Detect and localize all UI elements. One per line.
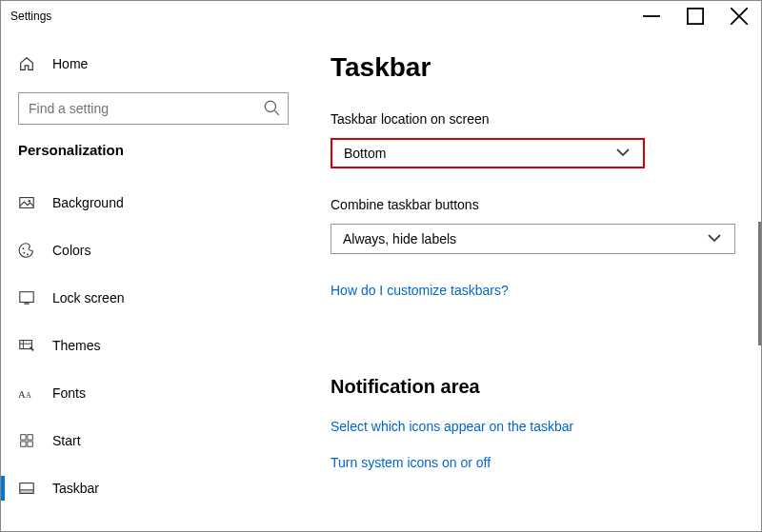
themes-icon [18, 337, 35, 354]
fonts-icon: AA [18, 384, 35, 402]
location-label: Taskbar location on screen [331, 111, 761, 127]
sidebar-item-colors[interactable]: Colors [1, 227, 306, 274]
chevron-down-icon [614, 144, 632, 163]
sidebar-item-taskbar[interactable]: Taskbar [1, 464, 306, 512]
svg-rect-15 [28, 442, 32, 446]
svg-rect-2 [20, 198, 33, 208]
svg-text:A: A [18, 388, 26, 400]
home-nav[interactable]: Home [1, 45, 306, 83]
search-box[interactable] [18, 92, 289, 125]
combine-value: Always, hide labels [343, 231, 456, 246]
sidebar-item-themes[interactable]: Themes [1, 322, 306, 369]
sidebar-item-label: Start [52, 433, 81, 448]
search-icon [255, 99, 288, 119]
svg-rect-8 [24, 303, 29, 304]
sidebar-item-fonts[interactable]: AA Fonts [1, 369, 306, 417]
sidebar-item-label: Background [52, 195, 124, 210]
svg-point-3 [29, 200, 30, 202]
taskbar-icon [18, 480, 35, 497]
close-button[interactable] [717, 1, 761, 31]
svg-point-1 [265, 101, 275, 111]
minimize-button[interactable] [630, 1, 673, 31]
lock-screen-icon [18, 289, 35, 306]
svg-rect-14 [21, 442, 26, 446]
palette-icon [18, 242, 35, 259]
sidebar-item-background[interactable]: Background [1, 179, 306, 227]
svg-rect-12 [21, 435, 26, 440]
start-icon [18, 432, 35, 449]
svg-text:A: A [26, 391, 31, 400]
home-label: Home [52, 56, 88, 71]
svg-point-5 [23, 252, 25, 254]
titlebar: Settings [1, 1, 761, 31]
system-icons-link[interactable]: Turn system icons on or off [331, 455, 761, 470]
scrollbar[interactable] [758, 222, 761, 345]
close-icon [731, 8, 748, 25]
sidebar-item-label: Taskbar [52, 481, 99, 496]
page-title: Taskbar [331, 52, 761, 83]
svg-rect-7 [20, 292, 33, 303]
picture-icon [18, 194, 35, 211]
svg-rect-13 [28, 435, 32, 440]
svg-point-4 [23, 247, 25, 249]
maximize-icon [687, 8, 704, 25]
sidebar-item-start[interactable]: Start [1, 417, 306, 464]
combine-select[interactable]: Always, hide labels [331, 224, 735, 254]
sidebar: Home Personalization Background [1, 31, 306, 531]
location-select[interactable]: Bottom [331, 138, 645, 168]
sidebar-section: Personalization [1, 142, 306, 171]
location-value: Bottom [344, 146, 386, 161]
search-input[interactable] [19, 101, 255, 116]
sidebar-item-label: Colors [52, 243, 90, 258]
sidebar-item-label: Lock screen [52, 290, 124, 305]
chevron-down-icon [706, 229, 723, 248]
content-pane: Taskbar Taskbar location on screen Botto… [306, 31, 761, 531]
window-title: Settings [10, 10, 51, 23]
sidebar-item-lock-screen[interactable]: Lock screen [1, 274, 306, 322]
maximize-button[interactable] [673, 1, 717, 31]
sidebar-item-label: Fonts [52, 385, 86, 401]
customize-link[interactable]: How do I customize taskbars? [331, 283, 761, 298]
svg-point-6 [27, 254, 29, 256]
svg-rect-0 [688, 9, 703, 24]
notification-heading: Notification area [331, 376, 761, 398]
select-icons-link[interactable]: Select which icons appear on the taskbar [331, 419, 761, 434]
minimize-icon [643, 8, 660, 25]
combine-label: Combine taskbar buttons [331, 197, 761, 212]
sidebar-item-label: Themes [52, 338, 101, 353]
home-icon [18, 55, 35, 72]
svg-rect-17 [20, 490, 33, 494]
